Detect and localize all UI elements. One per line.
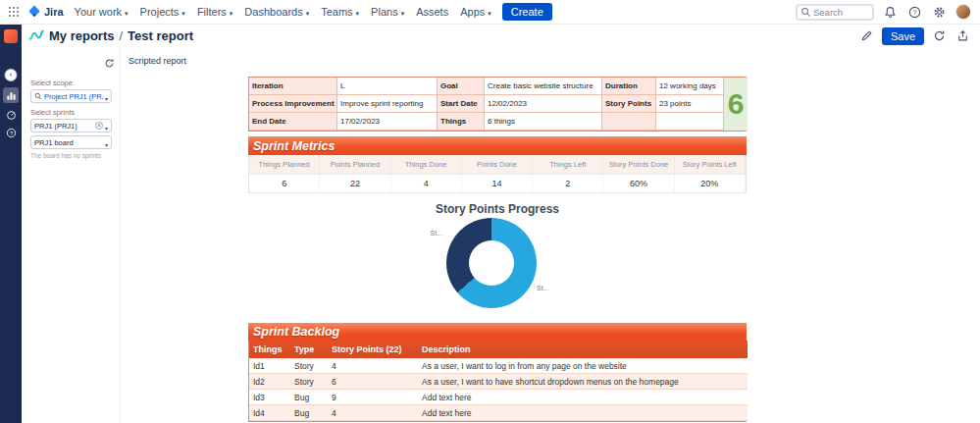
- backlog-header-cell: Things: [249, 341, 290, 358]
- info-label: End Date: [249, 113, 337, 131]
- notifications-bell-icon[interactable]: [882, 4, 899, 21]
- donut-label: St...: [403, 230, 442, 237]
- refresh-icon[interactable]: [931, 27, 948, 44]
- backlog-cell: Story: [290, 358, 328, 374]
- backlog-header-cell: Description: [418, 341, 748, 358]
- search-icon: [34, 92, 42, 100]
- metrics-value-cell: 14: [462, 174, 533, 192]
- jira-wordmark: Jira: [44, 6, 64, 18]
- panel-refresh-icon[interactable]: [104, 55, 115, 73]
- edit-pencil-icon[interactable]: [858, 27, 875, 44]
- chevron-down-icon: [105, 117, 108, 134]
- backlog-cell: Id4: [249, 405, 290, 421]
- help-icon[interactable]: ?: [906, 4, 923, 21]
- info-value: L: [337, 78, 438, 95]
- reports-squiggle-icon: [28, 29, 44, 42]
- breadcrumb-separator: /: [119, 28, 123, 43]
- chevron-down-icon: [488, 6, 491, 18]
- nav-label: Projects: [140, 6, 180, 18]
- app-switcher-icon[interactable]: [6, 4, 22, 20]
- gauge-icon[interactable]: [3, 107, 19, 123]
- report-settings-panel: Select scope Project PRJ1 (PRJ1) Select …: [22, 47, 121, 423]
- nav-assets[interactable]: Assets: [411, 3, 453, 21]
- svg-text:?: ?: [913, 8, 917, 15]
- backlog-cell: Add text here: [418, 405, 748, 421]
- search-box[interactable]: [796, 4, 874, 21]
- nav-apps[interactable]: Apps: [455, 3, 496, 21]
- backlog-cell: Id1: [249, 358, 290, 374]
- metrics-value-cell: 4: [391, 174, 462, 192]
- info-label: Goal: [438, 78, 485, 95]
- metrics-value-cell: 22: [320, 174, 390, 192]
- nav-label: Your work: [75, 6, 123, 18]
- chevron-down-icon: [306, 6, 310, 18]
- backlog-header-cell: Story Points (22): [328, 341, 418, 358]
- settings-gear-icon[interactable]: [931, 4, 948, 21]
- metrics-value-cell: 20%: [675, 174, 746, 192]
- reports-chart-icon[interactable]: [3, 87, 19, 103]
- collapse-sidebar-button[interactable]: [5, 69, 18, 81]
- nav-your-work[interactable]: Your work: [70, 3, 133, 21]
- backlog-cell: Bug: [290, 405, 328, 421]
- search-input[interactable]: [813, 7, 870, 18]
- info-value: Improve sprint reporting: [337, 95, 438, 113]
- donut-hole: [469, 240, 514, 286]
- sprint-backlog-table: Things Type Story Points (22) Descriptio…: [248, 341, 747, 422]
- nav-projects[interactable]: Projects: [135, 3, 190, 21]
- nav-label: Assets: [416, 6, 448, 18]
- backlog-cell: Story: [290, 374, 328, 390]
- sprint-select[interactable]: PRJ1 (PRJ1): [30, 119, 112, 132]
- metrics-value-cell: 60%: [603, 174, 674, 192]
- board-note: The board has no sprints: [30, 152, 112, 159]
- metrics-value-cell: 2: [533, 174, 603, 192]
- share-icon[interactable]: [954, 27, 971, 44]
- sprint-info-table: 6 Iteration L Goal Create basic website …: [248, 77, 747, 132]
- clear-icon[interactable]: [95, 122, 103, 130]
- info-label: [602, 113, 656, 131]
- progress-chart: St... St...: [248, 218, 747, 314]
- breadcrumb[interactable]: My reports: [49, 28, 114, 43]
- board-select[interactable]: PRJ1 board: [30, 135, 112, 149]
- nav-label: Plans: [371, 6, 398, 18]
- nav-label: Teams: [321, 6, 352, 18]
- backlog-cell: 4: [328, 405, 418, 421]
- backlog-cell: 4: [328, 358, 418, 374]
- nav-filters[interactable]: Filters: [192, 3, 237, 21]
- metrics-header-cell: Points Done: [462, 155, 533, 174]
- big-number-cell: 6: [724, 78, 748, 131]
- nav-plans[interactable]: Plans: [366, 3, 409, 21]
- chevron-down-icon: [356, 6, 360, 18]
- scope-select-value: Project PRJ1 (PRJ1): [44, 92, 103, 101]
- backlog-cell: 9: [328, 390, 418, 405]
- metrics-value-cell: 6: [249, 174, 320, 192]
- metrics-header-cell: Story Points Done: [603, 155, 674, 174]
- jira-logo[interactable]: Jira: [24, 5, 68, 19]
- metrics-header-cell: Things Planned: [249, 155, 320, 174]
- nav-dashboards[interactable]: Dashboards: [239, 3, 314, 21]
- board-select-value: PRJ1 board: [34, 138, 103, 147]
- chevron-down-icon: [230, 6, 233, 18]
- backlog-cell: As a user, I want to log in from any pag…: [418, 358, 748, 374]
- backlog-cell: Id3: [249, 390, 290, 405]
- nav-label: Filters: [197, 6, 227, 18]
- nav-teams[interactable]: Teams: [316, 3, 364, 21]
- select-sprints-label: Select sprints: [30, 108, 112, 117]
- info-value: Create basic website structure: [485, 78, 602, 95]
- nav-label: Dashboards: [244, 6, 302, 18]
- chevron-down-icon: [401, 6, 405, 18]
- user-avatar[interactable]: [955, 4, 971, 20]
- project-avatar[interactable]: [4, 29, 18, 43]
- save-button[interactable]: Save: [882, 27, 924, 45]
- info-label: Duration: [602, 78, 656, 95]
- donut-label: St...: [537, 285, 548, 291]
- report-type-label: Scripted report: [129, 56, 186, 66]
- nav-label: Apps: [460, 6, 485, 18]
- backlog-cell: Add text here: [418, 390, 748, 405]
- page-title: Test report: [128, 28, 193, 43]
- create-button[interactable]: Create: [502, 3, 552, 21]
- sprint-select-value: PRJ1 (PRJ1): [34, 122, 93, 131]
- question-icon[interactable]: ?: [3, 125, 19, 140]
- scope-select[interactable]: Project PRJ1 (PRJ1): [30, 89, 112, 103]
- chevron-down-icon: [181, 6, 185, 18]
- metrics-header-cell: Story Points Left: [675, 155, 746, 174]
